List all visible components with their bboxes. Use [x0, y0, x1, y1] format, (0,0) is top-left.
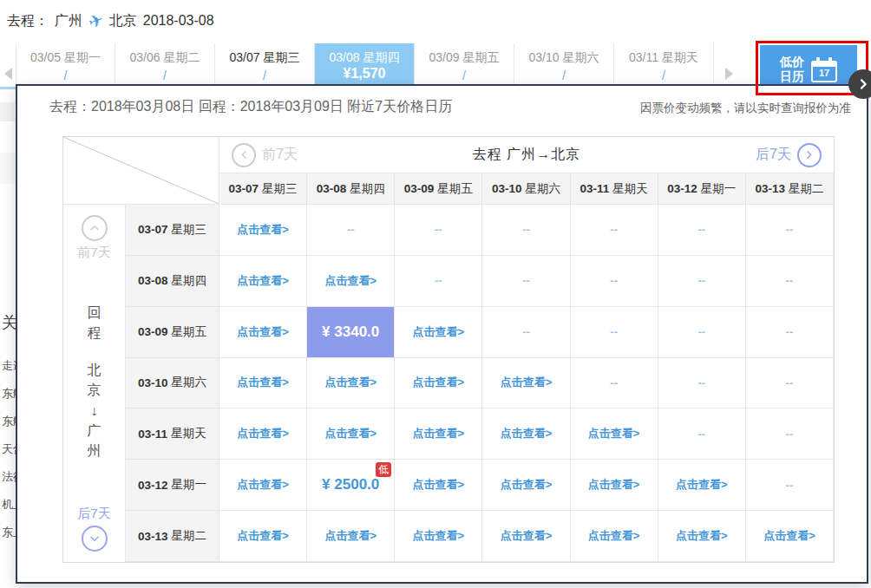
calendar-cell-view-link[interactable]: 点击查看>	[482, 408, 570, 460]
v-char: 北	[88, 360, 102, 380]
calendar-cell-view-link[interactable]: 点击查看>	[658, 460, 746, 511]
calendar-cell-view-link[interactable]: 点击查看>	[219, 205, 307, 256]
date-tab-label: 03/07 星期三	[215, 50, 314, 66]
return-label-text: 回程	[88, 303, 102, 343]
date-tab-label: 03/09 星期五	[415, 50, 514, 66]
chevron-down-icon[interactable]	[82, 526, 108, 552]
calendar-cell-view-link[interactable]: 点击查看>	[746, 511, 834, 562]
calendar-cell-view-link[interactable]: 点击查看>	[307, 511, 395, 562]
date-tab-03/06[interactable]: 03/06 星期二/	[115, 43, 215, 87]
tabstrip-scroll-right-icon[interactable]	[725, 68, 733, 80]
view-link-text[interactable]: 点击查看>	[501, 477, 553, 493]
view-link-text[interactable]: 点击查看>	[413, 477, 465, 493]
view-link-text[interactable]: 点击查看>	[324, 426, 377, 441]
calendar-cell-view-link[interactable]: 点击查看>	[482, 358, 570, 409]
view-link-text[interactable]: 点击查看>	[324, 528, 377, 544]
calendar-cell-view-link[interactable]: 点击查看>	[658, 511, 746, 562]
view-link-text[interactable]: 点击查看>	[501, 375, 553, 390]
no-flight-dash: --	[697, 223, 705, 236]
view-link-text[interactable]: 点击查看>	[237, 222, 289, 238]
calendar-cell-view-link[interactable]: 点击查看>	[219, 511, 307, 562]
calendar-cell: --	[746, 358, 834, 409]
date-tab-03/09[interactable]: 03/09 星期五/	[415, 43, 514, 87]
view-link-text[interactable]: 点击查看>	[413, 426, 465, 441]
calendar-cell-view-link[interactable]: 点击查看>	[482, 460, 570, 511]
calendar-cell-view-link[interactable]: 点击查看>	[219, 358, 307, 409]
calendar-cell-view-link[interactable]: 点击查看>	[219, 307, 307, 358]
date-tab-03/05[interactable]: 03/05 星期一/	[16, 43, 115, 87]
selected-price-text: ¥ 3340.0	[322, 323, 379, 341]
no-flight-dash: --	[610, 274, 618, 287]
background-block	[0, 102, 15, 121]
row-header: 03-07星期三	[126, 205, 219, 256]
calendar-cell-view-link[interactable]: 点击查看>	[307, 408, 395, 460]
view-link-text[interactable]: 点击查看>	[237, 528, 289, 544]
view-link-text[interactable]: 点击查看>	[763, 528, 815, 544]
view-link-text[interactable]: 点击查看>	[676, 528, 728, 544]
calendar-cell-view-link[interactable]: 点击查看>	[571, 408, 658, 460]
view-link-text[interactable]: 点击查看>	[237, 477, 289, 493]
view-link-text[interactable]: 点击查看>	[588, 528, 640, 544]
view-link-text[interactable]: 点击查看>	[413, 375, 465, 390]
arrive-city: 北京	[109, 12, 137, 30]
view-link-text[interactable]: 点击查看>	[588, 477, 640, 493]
row-header: 03-11星期天	[126, 408, 219, 460]
view-link-text[interactable]: 点击查看>	[676, 477, 728, 493]
depart-nav-row: 前7天 去程 广州→北京 后7天	[219, 137, 834, 173]
view-link-text[interactable]: 点击查看>	[237, 324, 289, 340]
date-tab-03/10[interactable]: 03/10 星期六/	[514, 43, 614, 87]
row-header: 03-12星期一	[126, 460, 219, 511]
calendar-cell: --	[658, 205, 746, 256]
calendar-cell-view-link[interactable]: 点击查看>	[219, 256, 307, 307]
view-link-text[interactable]: 点击查看>	[237, 426, 289, 441]
calendar-cell-view-link[interactable]: 点击查看>	[571, 511, 658, 562]
calendar-cell-view-link[interactable]: 点击查看>	[395, 511, 482, 562]
next-arrow-button[interactable]	[848, 69, 871, 99]
view-link-text[interactable]: 点击查看>	[588, 426, 640, 441]
v-char: 程	[88, 323, 102, 343]
date-tab-03/07[interactable]: 03/07 星期三/	[215, 43, 315, 87]
calendar-cell-view-link[interactable]: 点击查看>	[571, 460, 658, 511]
chevron-right-icon	[856, 77, 870, 91]
calendar-cell-view-link[interactable]: 点击查看>	[395, 307, 482, 358]
calendar-cell-view-link[interactable]: 点击查看>	[219, 460, 307, 511]
background-block	[0, 153, 15, 184]
date-tab-slash: /	[614, 69, 713, 82]
date-tab-label: 03/10 星期六	[514, 50, 613, 66]
date-tab-03/11[interactable]: 03/11 星期天/	[614, 43, 714, 87]
calendar-cell-view-link[interactable]: 点击查看>	[307, 256, 395, 307]
v-char: 广	[88, 421, 102, 441]
prev-7days-button[interactable]: 前7天	[232, 143, 298, 167]
calendar-cell-view-link[interactable]: 点击查看>	[395, 460, 482, 511]
selected-price-cell[interactable]: ¥ 3340.0	[307, 307, 395, 358]
calendar-cell-view-link[interactable]: 点击查看>	[482, 511, 570, 562]
v-char: 州	[88, 441, 102, 461]
calendar-cell: --	[746, 205, 834, 256]
view-link-text[interactable]: 点击查看>	[413, 324, 465, 340]
next-7days-button[interactable]: 后7天	[756, 143, 822, 167]
calendar-cell: --	[482, 205, 570, 256]
date-tab-price: ¥1,570	[315, 66, 414, 82]
view-link-text[interactable]: 点击查看>	[324, 375, 377, 390]
chevron-up-icon[interactable]	[82, 215, 108, 241]
view-link-text[interactable]: 点击查看>	[413, 528, 465, 544]
calendar-cell-view-link[interactable]: 点击查看>	[395, 408, 482, 460]
return-route-label: 回程 北京↓广州	[88, 261, 102, 502]
calendar-cell-view-link[interactable]: 点击查看>	[219, 408, 307, 460]
calendar-cell-view-link[interactable]: 点击查看>	[307, 358, 395, 409]
calendar-cell-view-link[interactable]: 点击查看>	[395, 358, 482, 409]
low-price-cell[interactable]: ¥ 2500.0低	[307, 460, 395, 511]
calendar-cell: --	[658, 307, 746, 358]
no-flight-dash: --	[786, 223, 794, 236]
view-link-text[interactable]: 点击查看>	[501, 528, 553, 544]
view-link-text[interactable]: 点击查看>	[324, 273, 377, 289]
date-tab-03/08[interactable]: 03/08 星期四¥1,570	[315, 43, 415, 87]
date-tab-label: 03/08 星期四	[315, 50, 414, 66]
column-header: 03-07星期三	[219, 173, 307, 205]
view-link-text[interactable]: 点击查看>	[237, 273, 289, 289]
column-header: 03-10星期六	[482, 173, 570, 205]
tabstrip-scroll-left-icon[interactable]	[4, 68, 12, 80]
view-link-text[interactable]: 点击查看>	[501, 426, 553, 441]
column-header: 03-11星期天	[571, 173, 658, 205]
view-link-text[interactable]: 点击查看>	[237, 375, 289, 390]
